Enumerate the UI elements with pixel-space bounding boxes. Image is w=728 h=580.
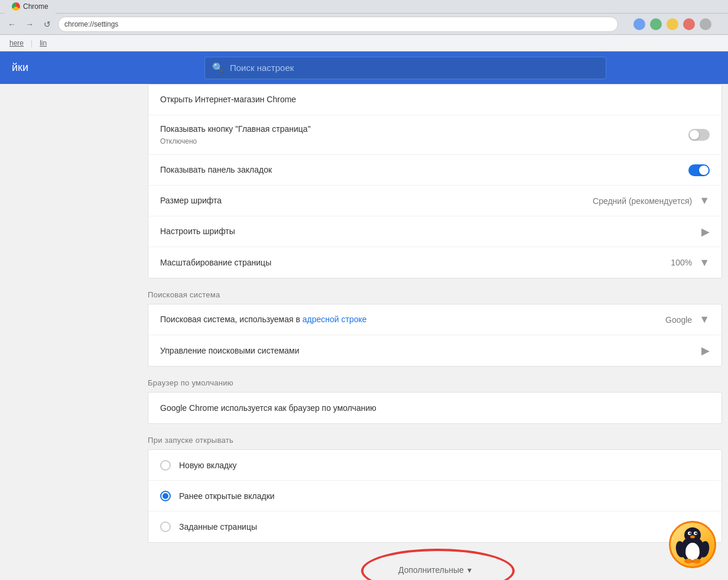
content-area: Открыть Интернет-магазин Chrome Показыва…: [0, 84, 728, 580]
font-size-value: Средний (рекомендуется): [593, 196, 692, 206]
bookmarks-toggle[interactable]: [688, 164, 710, 176]
startup-option1-label: Новую вкладку: [179, 461, 237, 470]
default-browser-card: Google Chrome используется как браузер п…: [148, 392, 722, 424]
font-size-label: Размер шрифта: [160, 195, 593, 207]
startup-option3-row[interactable]: Заданные страницы: [148, 511, 722, 542]
search-icon: 🔍: [212, 62, 224, 73]
startup-option3-label: Заданные страницы: [179, 522, 257, 532]
search-engine-value: Google: [665, 315, 692, 325]
settings-header: йки 🔍 Поиск настроек: [0, 51, 728, 84]
advanced-chevron: ▾: [467, 565, 472, 575]
svg-point-6: [696, 532, 697, 534]
bookmark-separator: |: [31, 39, 32, 47]
startup-option3-radio[interactable]: [160, 521, 171, 532]
sidebar: [0, 84, 148, 580]
customize-fonts-row[interactable]: Настроить шрифты ▶: [148, 216, 722, 247]
bookmarks-bar: here | lin: [0, 35, 728, 51]
show-home-button-label: Показывать кнопку "Главная страница" Отк…: [160, 124, 688, 146]
forward-button[interactable]: →: [22, 17, 37, 31]
dot-gray: [700, 18, 711, 30]
toggle-knob: [690, 130, 699, 140]
svg-point-10: [684, 559, 693, 563]
svg-point-1: [685, 543, 700, 560]
startup-option2-row[interactable]: Ранее открытые вкладки: [148, 481, 722, 511]
search-placeholder: Поиск настроек: [230, 63, 294, 73]
customize-fonts-chevron: ▶: [701, 225, 710, 238]
tab-label: Chrome: [23, 2, 48, 11]
manage-engines-chevron: ▶: [701, 344, 710, 357]
dot-yellow: [667, 18, 678, 30]
bookmark-lin[interactable]: lin: [35, 38, 51, 48]
address-bar-row: ← → ↺ chrome://settings: [0, 14, 728, 35]
penguin-svg: [675, 526, 710, 564]
address-bar-link[interactable]: адресной строке: [303, 315, 367, 324]
search-engine-row[interactable]: Поисковая система, используемая в адресн…: [148, 304, 722, 335]
reload-button[interactable]: ↺: [40, 17, 54, 31]
font-size-chevron: ▼: [699, 195, 710, 207]
dot-green: [650, 18, 662, 30]
show-bookmarks-row[interactable]: Показывать панель закладок: [148, 155, 722, 186]
startup-option1-row[interactable]: Новую вкладку: [148, 450, 722, 481]
chrome-icon: [12, 2, 20, 11]
dot-blue: [633, 18, 645, 30]
penguin-logo-wrap: [669, 521, 716, 568]
chrome-tab[interactable]: Chrome: [5, 0, 56, 14]
startup-option1-radio[interactable]: [160, 460, 171, 471]
home-button-sub-label: Отключено: [160, 137, 688, 147]
search-section-header: Поисковая система: [148, 278, 728, 304]
show-home-button-row[interactable]: Показывать кнопку "Главная страница" Отк…: [148, 115, 722, 155]
startup-section-header: При запуске открывать: [148, 424, 728, 449]
settings-title: йки: [12, 61, 83, 74]
extension-icons: [622, 18, 723, 30]
bookmarks-toggle-knob: [699, 166, 708, 175]
page-zoom-chevron: ▼: [699, 257, 710, 269]
back-button[interactable]: ←: [5, 17, 19, 31]
show-bookmarks-label: Показывать панель закладок: [160, 164, 688, 176]
default-browser-status: Google Chrome используется как браузер п…: [160, 403, 710, 414]
page-zoom-row[interactable]: Масштабирование страницы 100% ▼: [148, 247, 722, 278]
manage-engines-label: Управление поисковыми системами: [160, 345, 699, 357]
search-engine-chevron: ▼: [699, 313, 710, 326]
advanced-label: Дополнительные: [398, 565, 464, 575]
startup-option2-radio[interactable]: [160, 491, 171, 501]
default-browser-row: Google Chrome используется как браузер п…: [148, 393, 722, 423]
browser-tab-bar: Chrome: [0, 0, 728, 14]
svg-point-7: [690, 535, 695, 538]
open-store-row[interactable]: Открыть Интернет-магазин Chrome: [148, 85, 722, 115]
customize-fonts-label: Настроить шрифты: [160, 226, 699, 238]
svg-point-2: [684, 527, 701, 543]
main-content: Открыть Интернет-магазин Chrome Показыва…: [148, 84, 728, 580]
bookmark-here[interactable]: here: [5, 38, 28, 48]
startup-option2-label: Ранее открытые вкладки: [179, 491, 275, 501]
svg-point-5: [690, 532, 691, 534]
page-zoom-value: 100%: [671, 258, 692, 267]
svg-point-11: [693, 559, 701, 563]
search-engine-label: Поисковая система, используемая в адресн…: [160, 314, 665, 326]
startup-card: Новую вкладку Ранее открытые вкладки Зад…: [148, 449, 722, 543]
penguin-logo: [669, 521, 716, 568]
page-zoom-label: Масштабирование страницы: [160, 257, 671, 269]
appearance-card: Открыть Интернет-магазин Chrome Показыва…: [148, 84, 722, 278]
address-text: chrome://settings: [64, 20, 118, 28]
home-button-toggle[interactable]: [688, 129, 710, 141]
search-bar[interactable]: 🔍 Поиск настроек: [204, 57, 606, 79]
advanced-button[interactable]: Дополнительные ▾: [386, 560, 483, 579]
search-card: Поисковая система, используемая в адресн…: [148, 304, 722, 367]
font-size-row[interactable]: Размер шрифта Средний (рекомендуется) ▼: [148, 186, 722, 216]
bottom-section: Дополнительные ▾: [148, 543, 728, 580]
default-browser-section-header: Браузер по умолчанию: [148, 367, 728, 392]
address-bar[interactable]: chrome://settings: [58, 17, 618, 32]
open-store-label: Открыть Интернет-магазин Chrome: [160, 94, 710, 106]
radio-inner-dot: [162, 493, 168, 499]
dot-red: [683, 18, 695, 30]
manage-engines-row[interactable]: Управление поисковыми системами ▶: [148, 335, 722, 366]
